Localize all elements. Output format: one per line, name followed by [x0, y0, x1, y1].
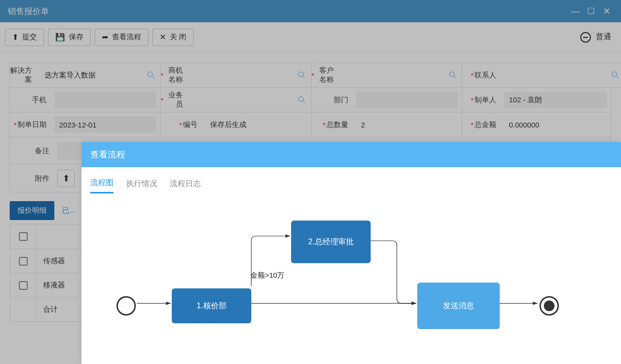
- flow-step-1[interactable]: 1.核价部: [172, 288, 251, 323]
- flow-end: [539, 296, 559, 316]
- tab-flowchart[interactable]: 流程图: [90, 174, 114, 193]
- flow-modal: 查看流程 流程图 执行情况 流程日志 1.核价部 2.总经理审批 金额: [82, 142, 621, 364]
- modal-title: 查看流程: [82, 142, 621, 167]
- tab-log[interactable]: 流程日志: [170, 175, 201, 193]
- tab-execution[interactable]: 执行情况: [126, 175, 157, 193]
- flow-canvas: 1.核价部 2.总经理审批 金额>10万 发送消息: [82, 193, 621, 364]
- flow-step-2[interactable]: 2.总经理审批: [291, 221, 371, 263]
- flow-condition-label: 金额>10万: [250, 271, 284, 280]
- flow-start: [116, 296, 136, 316]
- modal-tabs: 流程图 执行情况 流程日志: [82, 167, 621, 193]
- flow-send[interactable]: 发送消息: [417, 283, 500, 329]
